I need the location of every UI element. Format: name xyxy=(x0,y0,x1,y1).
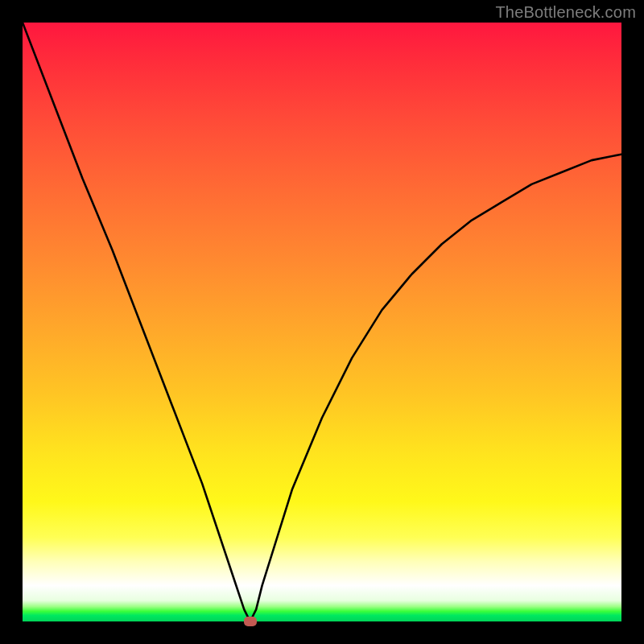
watermark-text: TheBottleneck.com xyxy=(495,3,636,22)
plot-area xyxy=(23,23,621,621)
chart-frame: TheBottleneck.com xyxy=(0,0,644,644)
optimum-marker xyxy=(244,617,257,626)
bottleneck-curve xyxy=(23,23,621,621)
